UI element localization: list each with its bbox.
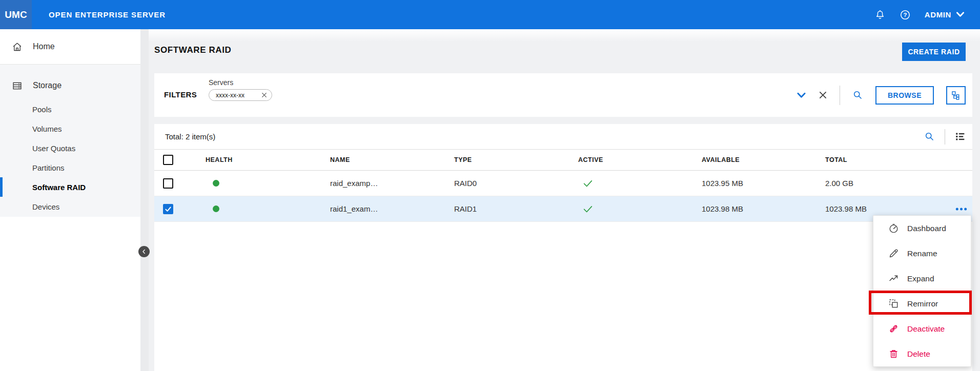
- servers-filter-label: Servers: [209, 78, 272, 87]
- svg-text:?: ?: [903, 12, 907, 18]
- menu-item-remirror[interactable]: Remirror: [873, 291, 971, 316]
- raid-available: 1023.95 MB: [702, 179, 825, 188]
- browse-button[interactable]: BROWSE: [875, 86, 934, 105]
- sidebar-item-pools[interactable]: Pools: [0, 99, 140, 119]
- gauge-icon: [888, 223, 899, 234]
- menu-item-label: Expand: [907, 274, 934, 283]
- raid-table: Total: 2 item(s) HEAL: [154, 124, 972, 371]
- select-all-checkbox[interactable]: [163, 155, 173, 165]
- menu-item-delete[interactable]: Delete: [873, 341, 971, 366]
- raid-type: RAID1: [454, 204, 578, 213]
- raid-available: 1023.98 MB: [702, 204, 825, 213]
- active-check-icon: [582, 178, 594, 189]
- sidebar-item-storage[interactable]: Storage: [0, 72, 140, 99]
- row-actions-menu: Dashboard Rename Expand Remirror Deacti: [873, 215, 971, 367]
- broken-link-icon: [888, 323, 899, 334]
- raid-total: 2.00 GB: [825, 179, 972, 188]
- home-icon: [12, 42, 23, 52]
- sidebar-item-devices[interactable]: Devices: [0, 197, 140, 216]
- trend-up-icon: [888, 273, 899, 284]
- active-check-icon: [582, 203, 594, 215]
- sidebar-item-volumes[interactable]: Volumes: [0, 119, 140, 138]
- collapse-sidebar-button[interactable]: [138, 246, 150, 257]
- column-header-health[interactable]: HEALTH: [206, 156, 330, 163]
- filter-search-icon[interactable]: [852, 90, 863, 100]
- row-checkbox[interactable]: [163, 204, 173, 214]
- column-header-total[interactable]: TOTAL: [825, 156, 972, 163]
- column-header-active[interactable]: ACTIVE: [578, 156, 702, 163]
- product-title: OPEN ENTERPRISE SERVER: [49, 10, 166, 19]
- sidebar-item-home[interactable]: Home: [0, 29, 140, 65]
- menu-item-label: Deactivate: [907, 324, 945, 334]
- raid-name: raid1_exam…: [330, 204, 454, 213]
- sidebar-item-user-quotas[interactable]: User Quotas: [0, 138, 140, 158]
- menu-item-label: Dashboard: [907, 224, 946, 233]
- sidebar-item-partitions[interactable]: Partitions: [0, 158, 140, 177]
- help-icon[interactable]: ?: [900, 9, 911, 20]
- trash-icon: [888, 348, 899, 359]
- user-name: ADMIN: [925, 10, 951, 19]
- menu-item-label: Delete: [907, 349, 930, 359]
- filters-label: FILTERS: [164, 90, 197, 99]
- notifications-bell-icon[interactable]: [874, 9, 886, 20]
- remirror-icon: [888, 298, 899, 309]
- storage-icon: [12, 80, 23, 91]
- health-status-dot: [213, 205, 219, 212]
- menu-item-expand[interactable]: Expand: [873, 266, 971, 291]
- page-title: SOFTWARE RAID: [154, 45, 231, 55]
- table-row[interactable]: raid1_exam… RAID1 1023.98 MB 1023.98 MB: [154, 196, 972, 222]
- list-view-icon[interactable]: [955, 131, 966, 142]
- health-status-dot: [213, 180, 219, 187]
- menu-item-label: Rename: [907, 249, 937, 258]
- remove-chip-icon[interactable]: [261, 92, 267, 98]
- pencil-icon: [888, 248, 899, 259]
- server-filter-chip-value: xxxx-xx-xx: [216, 92, 244, 99]
- column-header-available[interactable]: AVAILABLE: [702, 156, 825, 163]
- row-actions-ellipsis[interactable]: [955, 207, 967, 211]
- server-filter-chip[interactable]: xxxx-xx-xx: [209, 89, 272, 101]
- sidebar-edge-strip: [140, 29, 149, 371]
- clear-filters-icon[interactable]: [819, 91, 827, 99]
- chevron-left-icon: [141, 249, 147, 255]
- tree-view-icon: [951, 90, 961, 100]
- sidebar-item-software-raid[interactable]: Software RAID: [0, 177, 140, 197]
- row-checkbox[interactable]: [163, 178, 173, 189]
- filters-bar: FILTERS Servers xxxx-xx-xx: [154, 73, 972, 117]
- table-row[interactable]: raid_examp… RAID0 1023.95 MB 2.00 GB: [154, 171, 972, 196]
- storage-section: Storage Pools Volumes User Quotas Partit…: [0, 65, 140, 217]
- menu-item-rename[interactable]: Rename: [873, 241, 971, 266]
- column-header-name[interactable]: NAME: [330, 156, 454, 163]
- sidebar-item-label: Home: [33, 42, 55, 51]
- menu-item-label: Remirror: [907, 299, 938, 308]
- sidebar: Home Storage Pools Volumes User Quotas P…: [0, 29, 140, 371]
- user-menu[interactable]: ADMIN: [925, 10, 965, 19]
- raid-total: 1023.98 MB: [825, 204, 972, 213]
- main-content: SOFTWARE RAID CREATE RAID FILTERS Server…: [149, 29, 980, 371]
- sidebar-item-label: Storage: [33, 81, 62, 90]
- table-search-icon[interactable]: [924, 131, 935, 142]
- create-raid-button[interactable]: CREATE RAID: [902, 43, 966, 61]
- divider: [945, 129, 945, 145]
- total-count-label: Total: 2 item(s): [165, 132, 215, 141]
- table-header-row: HEALTH NAME TYPE ACTIVE AVAILABLE TOTAL: [154, 150, 972, 171]
- menu-item-dashboard[interactable]: Dashboard: [873, 216, 971, 241]
- tree-view-button[interactable]: [946, 86, 966, 105]
- top-bar: UMC OPEN ENTERPRISE SERVER ? ADMIN: [0, 0, 980, 29]
- servers-filter-group: Servers xxxx-xx-xx: [209, 78, 272, 101]
- chevron-down-icon: [956, 11, 965, 18]
- menu-item-deactivate[interactable]: Deactivate: [873, 316, 971, 341]
- expand-filters-chevron-icon[interactable]: [797, 92, 806, 99]
- raid-type: RAID0: [454, 179, 578, 188]
- umc-logo[interactable]: UMC: [0, 0, 32, 29]
- column-header-type[interactable]: TYPE: [454, 156, 578, 163]
- raid-name: raid_examp…: [330, 179, 454, 188]
- divider: [840, 86, 840, 105]
